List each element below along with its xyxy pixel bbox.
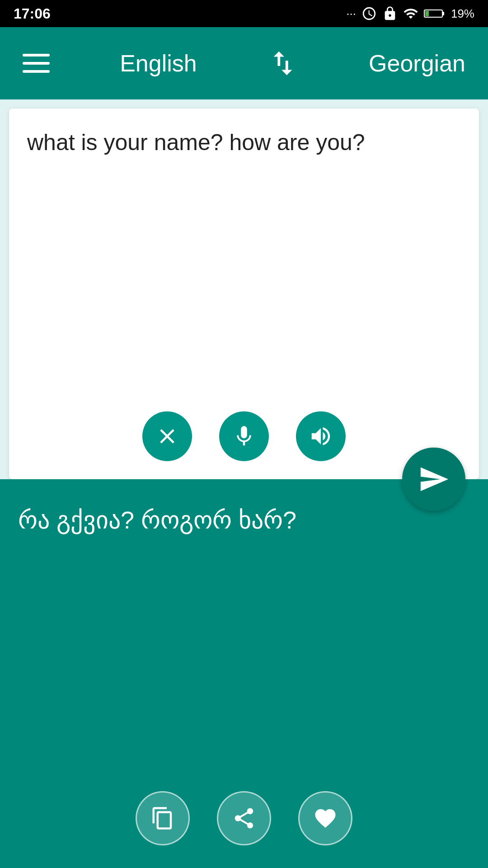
menu-button[interactable] bbox=[23, 54, 50, 73]
more-icon: ··· bbox=[346, 7, 356, 21]
svg-rect-1 bbox=[425, 11, 429, 16]
signal-icon bbox=[403, 6, 418, 21]
translated-text: რა გქვია? როგორ ხარ? bbox=[18, 502, 470, 778]
favorite-button[interactable] bbox=[298, 791, 352, 845]
target-panel: რა გქვია? როგორ ხარ? bbox=[0, 479, 488, 868]
source-language-button[interactable]: English bbox=[120, 50, 197, 77]
source-panel bbox=[9, 108, 479, 479]
speaker-button[interactable] bbox=[296, 411, 346, 461]
svg-rect-2 bbox=[442, 12, 444, 15]
nav-bar: English Georgian bbox=[0, 27, 488, 99]
lock-icon bbox=[382, 6, 398, 21]
battery-percent: 19% bbox=[451, 7, 474, 21]
battery-icon bbox=[424, 6, 446, 21]
copy-button[interactable] bbox=[136, 791, 190, 845]
time: 17:06 bbox=[14, 5, 51, 22]
source-input[interactable] bbox=[9, 108, 479, 398]
alarm-icon bbox=[361, 6, 377, 21]
main-content: რა გქვია? როგორ ხარ? bbox=[0, 99, 488, 868]
microphone-button[interactable] bbox=[219, 411, 269, 461]
share-button[interactable] bbox=[217, 791, 271, 845]
status-icons: ··· 19% bbox=[346, 6, 474, 21]
target-actions bbox=[18, 778, 470, 868]
status-bar: 17:06 ··· 19% bbox=[0, 0, 488, 27]
clear-button[interactable] bbox=[142, 411, 192, 461]
swap-languages-button[interactable] bbox=[267, 47, 299, 79]
target-language-button[interactable]: Georgian bbox=[369, 50, 465, 77]
translate-button[interactable] bbox=[402, 448, 465, 511]
